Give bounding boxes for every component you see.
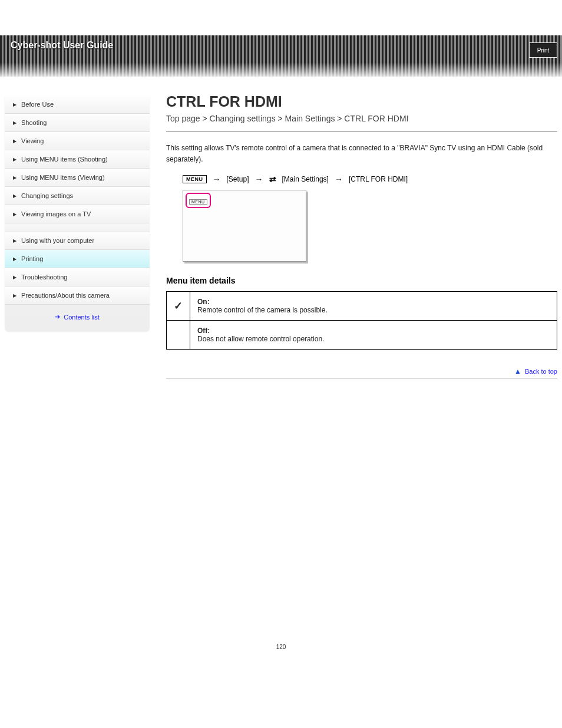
contents-list-link[interactable]: ➔ Contents list (5, 305, 150, 331)
divider (166, 131, 557, 132)
table-row: ✓ On: Remote control of the camera is po… (167, 292, 557, 321)
sidebar-item-printing[interactable]: ▶Printing (5, 250, 150, 268)
arrow-right-icon: → (213, 174, 221, 184)
option-off-desc: Does not allow remote control operation. (197, 335, 324, 343)
chevron-right-icon: ▶ (13, 256, 16, 262)
menu-button-icon: MENU (183, 175, 207, 183)
menu-badge-label: MENU (189, 199, 207, 205)
sidebar-item-troubleshooting[interactable]: ▶Troubleshooting (5, 268, 150, 286)
header-title: Cyber-shot User Guide (11, 40, 113, 51)
option-on: On: Remote control of the camera is poss… (190, 292, 557, 321)
arrow-right-icon: ➔ (55, 313, 60, 321)
header-gradient (0, 62, 562, 77)
sidebar-item-before-use[interactable]: ▶Before Use (5, 95, 150, 114)
sidebar-item-tv[interactable]: ▶Viewing images on a TV (5, 205, 150, 223)
sidebar-item-shooting[interactable]: ▶Shooting (5, 114, 150, 132)
option-off-label: Off: (197, 327, 210, 335)
menu-highlight: MENU (186, 193, 211, 208)
sidebar-item-menu-shooting[interactable]: ▶Using MENU items (Shooting) (5, 150, 150, 169)
sidebar-item-label: Using with your computer (21, 237, 94, 244)
empty-cell (167, 321, 190, 350)
main-content: CTRL FOR HDMI Top page > Changing settin… (150, 95, 557, 378)
path-setup: [Setup] (227, 175, 249, 183)
sidebar-item-label: Troubleshooting (21, 274, 67, 281)
page-number: 120 (0, 644, 562, 662)
camera-screen-mock: MENU (183, 190, 306, 262)
transfer-icon: ⇄ (269, 175, 276, 183)
chevron-right-icon: ▶ (13, 238, 16, 243)
back-to-top-label: Back to top (525, 368, 557, 375)
chevron-right-icon: ▶ (13, 139, 16, 144)
print-button[interactable]: Print (529, 42, 557, 58)
breadcrumb: Top page > Changing settings > Main Sett… (166, 114, 557, 123)
back-to-top-link[interactable]: ▲ Back to top (514, 367, 557, 375)
description-text: This setting allows TV's remote control … (166, 143, 557, 165)
arrow-right-icon: → (255, 174, 263, 184)
sidebar-item-label: Precautions/About this camera (21, 292, 110, 299)
footer-divider (166, 378, 557, 378)
sidebar-item-label: Using MENU items (Viewing) (21, 174, 105, 181)
triangle-up-icon: ▲ (514, 367, 521, 375)
section-heading: Menu item details (166, 276, 557, 285)
sidebar-item-menu-viewing[interactable]: ▶Using MENU items (Viewing) (5, 169, 150, 187)
sidebar-item-label: Viewing (21, 137, 44, 144)
sidebar-item-changing-settings[interactable]: ▶Changing settings (5, 187, 150, 205)
chevron-right-icon: ▶ (13, 120, 16, 126)
sidebar-item-label: Printing (21, 255, 43, 262)
chevron-right-icon: ▶ (13, 175, 16, 180)
chevron-right-icon: ▶ (13, 293, 16, 298)
page-title: CTRL FOR HDMI (166, 93, 557, 110)
sidebar-item-label: Before Use (21, 101, 54, 108)
chevron-right-icon: ▶ (13, 157, 16, 162)
sidebar-item-label: Changing settings (21, 192, 73, 199)
sidebar-item-label: Viewing images on a TV (21, 210, 91, 218)
chevron-right-icon: ▶ (13, 102, 16, 107)
check-icon: ✓ (167, 292, 190, 321)
path-item: [CTRL FOR HDMI] (349, 175, 408, 183)
contents-list-label: Contents list (64, 314, 100, 321)
sidebar-item-label: Shooting (21, 119, 47, 126)
options-table: ✓ On: Remote control of the camera is po… (166, 291, 557, 350)
option-off: Off: Does not allow remote control opera… (190, 321, 557, 350)
sidebar-item-viewing[interactable]: ▶Viewing (5, 132, 150, 150)
option-on-desc: Remote control of the camera is possible… (197, 306, 328, 314)
table-row: Off: Does not allow remote control opera… (167, 321, 557, 350)
print-label: Print (537, 47, 550, 54)
sidebar-item-label: Using MENU items (Shooting) (21, 156, 108, 163)
chevron-right-icon: ▶ (13, 212, 16, 217)
sidebar-item-precautions[interactable]: ▶Precautions/About this camera (5, 286, 150, 305)
path-main-settings: [Main Settings] (282, 175, 329, 183)
chevron-right-icon: ▶ (13, 275, 16, 280)
header-bar: Cyber-shot User Guide Print (0, 35, 562, 77)
sidebar: ▶Before Use ▶Shooting ▶Viewing ▶Using ME… (5, 95, 150, 331)
option-on-label: On: (197, 298, 210, 306)
menu-path: MENU → [Setup] → ⇄ [Main Settings] → [CT… (183, 174, 557, 184)
arrow-right-icon: → (335, 174, 343, 184)
sidebar-item-computer[interactable]: ▶Using with your computer (5, 223, 150, 250)
chevron-right-icon: ▶ (13, 193, 16, 199)
